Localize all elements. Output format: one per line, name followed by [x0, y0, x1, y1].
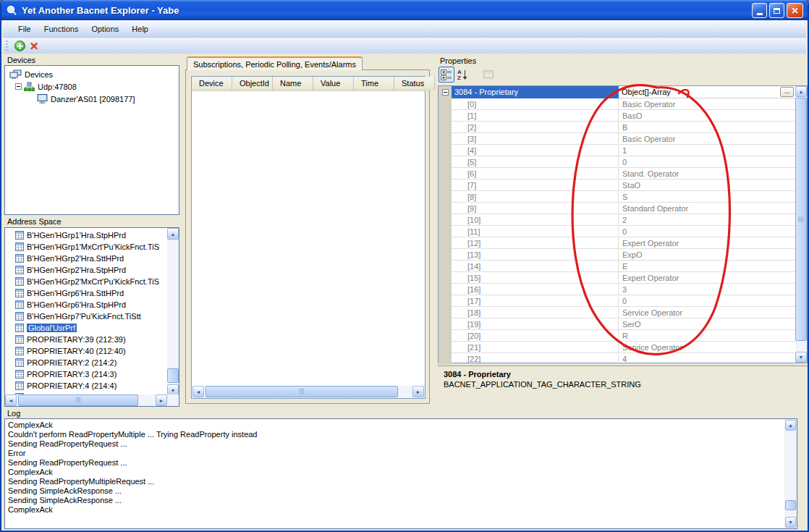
property-row[interactable]: [10] 2: [439, 214, 795, 226]
propgrid-vscrollbar[interactable]: ▲ ▼: [795, 86, 807, 363]
scroll-left-icon[interactable]: ◄: [5, 394, 17, 406]
menu-item[interactable]: Help: [125, 22, 155, 36]
tab-subscriptions[interactable]: Subscriptions, Periodic Polling, Events/…: [187, 56, 363, 70]
list-item[interactable]: Global'UsrPrf: [5, 322, 167, 334]
row-margin: [439, 295, 452, 307]
property-row[interactable]: [17] 0: [439, 295, 795, 307]
property-row[interactable]: [14] E: [439, 261, 795, 272]
list-item[interactable]: B'HGen'HGrp2'Hra.SttHPrd: [5, 253, 167, 264]
property-index: [11]: [452, 226, 619, 237]
column-header[interactable]: Name: [273, 77, 313, 90]
scroll-thumb[interactable]: [206, 386, 398, 397]
property-row[interactable]: [0] Basic Operator: [439, 98, 795, 110]
list-item[interactable]: B'HGen'HGrp6'Hra.SttHPrd: [5, 287, 167, 299]
scroll-thumb[interactable]: [167, 368, 179, 383]
scroll-thumb[interactable]: [795, 98, 807, 341]
property-row[interactable]: [19] SerO: [439, 318, 795, 330]
property-row[interactable]: [2] B: [439, 122, 795, 133]
list-item[interactable]: B'HGen'HGrp1'MxCrt'Pu'KickFnct.TiS: [5, 241, 167, 253]
scroll-thumb[interactable]: [785, 500, 796, 510]
scroll-up-icon[interactable]: ▲: [785, 420, 796, 431]
title-bar[interactable]: Yet Another Bacnet Explorer - Yabe ✕: [1, 0, 808, 20]
add-device-button[interactable]: [12, 38, 27, 53]
property-pages-button[interactable]: [480, 67, 496, 83]
window-title: Yet Another Bacnet Explorer - Yabe: [22, 5, 179, 16]
list-item[interactable]: PROPRIETARY:4 (214:4): [5, 380, 167, 392]
maximize-button[interactable]: [769, 3, 784, 18]
property-index: [21]: [452, 342, 619, 353]
scroll-grip: [300, 389, 305, 394]
scroll-thumb[interactable]: [18, 394, 138, 406]
property-value: 0: [619, 295, 795, 307]
property-grid[interactable]: 3084 - Proprietary Object[]-Array ... [0…: [438, 85, 808, 363]
list-item[interactable]: PROPRIETARY:3 (214:3): [5, 368, 167, 380]
property-value: Standard Operator: [619, 203, 795, 214]
scroll-right-icon[interactable]: ►: [412, 386, 424, 397]
property-value: Basic Operator: [619, 133, 795, 145]
delete-device-button[interactable]: ✕: [27, 38, 41, 53]
property-row[interactable]: [5] 0: [439, 156, 795, 168]
tree-node-device[interactable]: Danzer'AS01 [2098177]: [8, 93, 179, 105]
property-row[interactable]: [15] Expert Operator: [439, 272, 795, 284]
address-space-vscrollbar[interactable]: ▲ ▼: [167, 228, 179, 396]
property-row[interactable]: [22] 4: [439, 353, 795, 365]
row-margin: [439, 353, 452, 365]
scroll-left-icon[interactable]: ◄: [192, 386, 204, 397]
alphabetical-sort-button[interactable]: A Z: [454, 67, 470, 83]
scroll-right-icon[interactable]: ►: [156, 394, 167, 406]
property-row[interactable]: [20] R: [439, 330, 795, 342]
log-vscrollbar[interactable]: ▲ ▼: [784, 419, 797, 528]
list-item[interactable]: B'HGen'HGrp1'Hra.StpHPrd: [5, 229, 167, 241]
scroll-up-icon[interactable]: ▲: [795, 86, 807, 97]
property-row[interactable]: [18] Service Operator: [439, 307, 795, 318]
close-button[interactable]: ✕: [787, 3, 803, 18]
property-row[interactable]: [1] BasO: [439, 110, 795, 122]
list-item[interactable]: PROPRIETARY:40 (212:40): [5, 345, 167, 357]
property-row[interactable]: [21] Service Operator: [439, 342, 795, 353]
list-item[interactable]: B'HGen'HGrp7'Pu'KickFnct.TiStt: [5, 311, 167, 322]
address-space-hscrollbar[interactable]: ◄ ►: [5, 394, 179, 406]
property-value[interactable]: Object[]-Array ...: [619, 86, 795, 98]
property-row[interactable]: [11] 0: [439, 226, 795, 237]
devices-tree[interactable]: Devices Udp:47808 Danzer'AS01 [209: [4, 65, 179, 215]
list-item[interactable]: B'HGen'HGrp2'MxCrt'Pu'KickFnct.TiS: [5, 276, 167, 287]
column-header[interactable]: Status: [394, 77, 435, 90]
column-header[interactable]: Time: [354, 77, 394, 90]
tree-node-devices-root[interactable]: Devices: [8, 68, 179, 80]
property-row[interactable]: [6] Stand. Operator: [439, 168, 795, 180]
property-name: 3084 - Proprietary: [452, 86, 619, 98]
list-item[interactable]: B'HGen'HGrp2'Hra.StpHPrd: [5, 264, 167, 276]
menu-item[interactable]: File: [12, 22, 38, 36]
property-row[interactable]: [9] Standard Operator: [439, 203, 795, 214]
column-header[interactable]: ObjectId: [232, 77, 273, 90]
property-row[interactable]: [12] Expert Operator: [439, 237, 795, 249]
ellipsis-button[interactable]: ...: [780, 87, 794, 97]
list-item[interactable]: B'HGen'HGrp6'Hra.StpHPrd: [5, 299, 167, 311]
subscriptions-hscrollbar[interactable]: ◄ ►: [192, 386, 425, 398]
property-row[interactable]: [16] 3: [439, 284, 795, 295]
toolbar-grip[interactable]: [6, 40, 8, 51]
collapse-icon[interactable]: [442, 89, 449, 96]
property-row[interactable]: [13] ExpO: [439, 249, 795, 261]
property-row[interactable]: [8] S: [439, 191, 795, 203]
address-space-list[interactable]: B'HGen'HGrp1'Hra.StpHPrd B'HGen'HGrp1'Mx…: [4, 227, 179, 407]
property-root-row[interactable]: 3084 - Proprietary Object[]-Array ...: [439, 86, 795, 98]
property-row[interactable]: [4] 1: [439, 145, 795, 156]
subscriptions-listview[interactable]: DeviceObjectIdNameValueTimeStatus ◄ ►: [191, 76, 425, 399]
log-textbox[interactable]: ComplexAckCouldn't perform ReadPropertyM…: [4, 418, 797, 529]
column-header[interactable]: Value: [313, 77, 354, 90]
list-item[interactable]: PROPRIETARY:2 (214:2): [5, 357, 167, 368]
scroll-down-icon[interactable]: ▼: [795, 352, 807, 363]
menu-item[interactable]: Functions: [38, 22, 85, 36]
scroll-down-icon[interactable]: ▼: [785, 517, 796, 528]
tree-node-udp[interactable]: Udp:47808: [8, 80, 179, 93]
menu-item[interactable]: Options: [85, 22, 125, 36]
property-row[interactable]: [7] StaO: [439, 180, 795, 191]
collapse-icon[interactable]: [15, 83, 22, 90]
scroll-up-icon[interactable]: ▲: [167, 228, 179, 240]
list-item[interactable]: PROPRIETARY:39 (212:39): [5, 334, 167, 345]
categorized-view-button[interactable]: [439, 67, 454, 83]
minimize-button[interactable]: [752, 3, 767, 18]
column-header[interactable]: Device: [192, 77, 232, 90]
property-row[interactable]: [3] Basic Operator: [439, 133, 795, 145]
